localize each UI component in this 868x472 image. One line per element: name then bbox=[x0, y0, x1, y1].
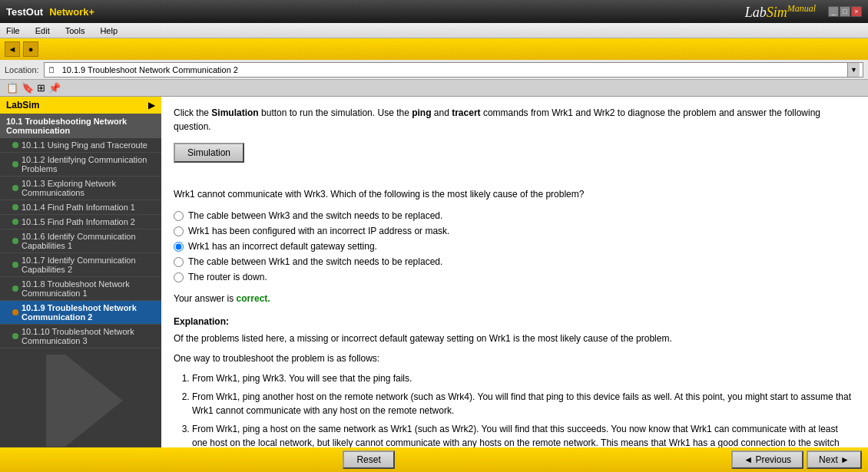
options-list: The cable between Wrk3 and the switch ne… bbox=[174, 210, 856, 282]
previous-button[interactable]: ◄ Previous bbox=[731, 451, 803, 469]
location-bar: Location: 🗒 10.1.9 Troubleshoot Network … bbox=[0, 60, 868, 80]
nav-buttons: ◄ Previous Next ► bbox=[731, 451, 862, 469]
option-5[interactable]: The router is down. bbox=[174, 272, 856, 282]
sidebar-item-label: 10.1.10 Troubleshoot Network Communicati… bbox=[22, 327, 155, 345]
menu-tools[interactable]: Tools bbox=[62, 26, 88, 35]
step-2: From Wrk1, ping another host on the remo… bbox=[192, 390, 856, 418]
status-dot bbox=[12, 204, 18, 210]
main-layout: LabSim ▶ 10.1 Troubleshooting Network Co… bbox=[0, 97, 868, 447]
next-button[interactable]: Next ► bbox=[807, 451, 862, 469]
location-label: Location: bbox=[5, 65, 39, 74]
status-dot bbox=[12, 238, 18, 244]
status-dot bbox=[12, 286, 18, 292]
title-bar: TestOut Network+ LabSimManual _ □ × bbox=[0, 0, 868, 23]
explanation-header: Explanation: bbox=[174, 316, 856, 327]
explanation-para-2: One way to troubleshoot the problem is a… bbox=[174, 352, 856, 365]
menu-bar: File Edit Tools Help bbox=[0, 23, 868, 38]
sidebar-item-10-1-3[interactable]: 10.1.3 Exploring Network Communications bbox=[0, 177, 161, 200]
option-3[interactable]: Wrk1 has an incorrect default gateway se… bbox=[174, 241, 856, 252]
sidebar-item-10-1-10[interactable]: 10.1.10 Troubleshoot Network Communicati… bbox=[0, 325, 161, 348]
status-dot bbox=[12, 333, 18, 339]
sidebar-item-label: 10.1.7 Identify Communication Capabiliti… bbox=[22, 256, 155, 274]
status-dot bbox=[12, 142, 18, 148]
status-dot bbox=[12, 219, 18, 225]
sidebar-expand-icon[interactable]: ▶ bbox=[148, 100, 155, 111]
explanation-section: Explanation: Of the problems listed here… bbox=[174, 316, 856, 447]
content-area: Click the Simulation button to run the s… bbox=[161, 97, 868, 447]
radio-4[interactable] bbox=[174, 257, 184, 267]
tab-icon-4[interactable]: 📌 bbox=[48, 82, 61, 94]
menu-edit[interactable]: Edit bbox=[32, 26, 53, 35]
location-icon: 🗒 bbox=[48, 65, 56, 74]
status-dot bbox=[12, 185, 18, 191]
option-4-text: The cable between Wrk1 and the switch ne… bbox=[188, 256, 442, 267]
radio-1[interactable] bbox=[174, 211, 184, 221]
option-1-text: The cable between Wrk3 and the switch ne… bbox=[188, 210, 442, 221]
tab-icon-3[interactable]: ⊞ bbox=[37, 82, 45, 94]
sidebar-item-10-1-7[interactable]: 10.1.7 Identify Communication Capabiliti… bbox=[0, 253, 161, 277]
app-logo: TestOut bbox=[6, 6, 43, 18]
reset-button[interactable]: Reset bbox=[343, 451, 394, 469]
simulation-button[interactable]: Simulation bbox=[174, 143, 244, 163]
sidebar-section-header[interactable]: 10.1 Troubleshooting Network Communicati… bbox=[0, 114, 161, 138]
content-scroll[interactable]: Click the Simulation button to run the s… bbox=[161, 97, 868, 447]
explanation-para-1: Of the problems listed here, a missing o… bbox=[174, 332, 856, 345]
sidebar-item-10-1-9[interactable]: 10.1.9 Troubleshoot Network Communicatio… bbox=[0, 301, 161, 325]
sidebar-item-10-1-1[interactable]: 10.1.1 Using Ping and Traceroute bbox=[0, 138, 161, 153]
title-bar-left: TestOut Network+ bbox=[6, 6, 94, 18]
answer-status: correct. bbox=[237, 293, 270, 304]
ping-bold: ping bbox=[412, 107, 431, 118]
radio-3[interactable] bbox=[174, 242, 184, 252]
location-text: 10.1.9 Troubleshoot Network Communicatio… bbox=[62, 65, 844, 74]
window-controls[interactable]: _ □ × bbox=[828, 6, 862, 17]
option-3-text: Wrk1 has an incorrect default gateway se… bbox=[188, 241, 377, 252]
status-dot bbox=[12, 161, 18, 167]
menu-help[interactable]: Help bbox=[97, 26, 121, 35]
option-2[interactable]: Wrk1 has been configured with an incorre… bbox=[174, 226, 856, 236]
sidebar-item-10-1-6[interactable]: 10.1.6 Identify Communication Capabiliti… bbox=[0, 229, 161, 253]
tracert-bold: tracert bbox=[452, 107, 480, 118]
back-button[interactable]: ◄ bbox=[5, 41, 20, 57]
intro-paragraph: Click the Simulation button to run the s… bbox=[174, 106, 856, 134]
radio-2[interactable] bbox=[174, 226, 184, 236]
sidebar-header: LabSim ▶ bbox=[0, 97, 161, 114]
sidebar-content: 10.1 Troubleshooting Network Communicati… bbox=[0, 114, 161, 447]
forward-button[interactable]: ● bbox=[23, 41, 38, 57]
sidebar: LabSim ▶ 10.1 Troubleshooting Network Co… bbox=[0, 97, 161, 447]
menu-file[interactable]: File bbox=[3, 26, 23, 35]
status-dot bbox=[12, 262, 18, 268]
sidebar-item-label: 10.1.4 Find Path Information 1 bbox=[22, 203, 135, 212]
step-3: From Wrk1, ping a host on the same netwo… bbox=[192, 422, 856, 447]
minimize-button[interactable]: _ bbox=[828, 6, 839, 17]
labsim-logo: LabSimManual bbox=[745, 3, 816, 21]
radio-5[interactable] bbox=[174, 272, 184, 282]
explanation-steps: From Wrk1, ping Wrk3. You will see that … bbox=[174, 371, 856, 447]
toolbar: ◄ ● bbox=[0, 38, 868, 60]
app-subtitle: Network+ bbox=[49, 6, 94, 18]
maximize-button[interactable]: □ bbox=[840, 6, 850, 17]
sidebar-item-label: 10.1.6 Identify Communication Capabiliti… bbox=[22, 232, 155, 250]
sidebar-item-label: 10.1.9 Troubleshoot Network Communicatio… bbox=[22, 303, 155, 322]
sidebar-title: LabSim bbox=[6, 100, 39, 111]
option-2-text: Wrk1 has been configured with an incorre… bbox=[188, 226, 449, 236]
tab-bar: 📋 🔖 ⊞ 📌 bbox=[0, 80, 868, 97]
sidebar-item-10-1-5[interactable]: 10.1.5 Find Path Information 2 bbox=[0, 215, 161, 229]
step-1: From Wrk1, ping Wrk3. You will see that … bbox=[192, 371, 856, 385]
sidebar-item-label: 10.1.8 Troubleshoot Network Communicatio… bbox=[22, 279, 155, 298]
sidebar-item-10-1-4[interactable]: 10.1.4 Find Path Information 1 bbox=[0, 200, 161, 215]
sidebar-item-10-1-2[interactable]: 10.1.2 Identifying Communication Problem… bbox=[0, 153, 161, 177]
location-dropdown-button[interactable]: ▼ bbox=[847, 63, 860, 77]
sidebar-item-label: 10.1.2 Identifying Communication Problem… bbox=[22, 155, 155, 173]
question-text: Wrk1 cannot communicate with Wrk3. Which… bbox=[174, 187, 856, 201]
tab-icon-1[interactable]: 📋 bbox=[6, 82, 18, 94]
tab-icon-2[interactable]: 🔖 bbox=[22, 82, 34, 94]
location-value: 🗒 10.1.9 Troubleshoot Network Communicat… bbox=[44, 62, 863, 78]
close-button[interactable]: × bbox=[851, 6, 862, 17]
status-dot bbox=[12, 309, 18, 315]
sidebar-item-label: 10.1.3 Exploring Network Communications bbox=[22, 179, 155, 197]
option-1[interactable]: The cable between Wrk3 and the switch ne… bbox=[174, 210, 856, 221]
sidebar-item-10-1-8[interactable]: 10.1.8 Troubleshoot Network Communicatio… bbox=[0, 277, 161, 301]
answer-prefix: Your answer is bbox=[174, 293, 237, 304]
option-4[interactable]: The cable between Wrk1 and the switch ne… bbox=[174, 256, 856, 267]
sidebar-item-label: 10.1.5 Find Path Information 2 bbox=[22, 217, 135, 226]
